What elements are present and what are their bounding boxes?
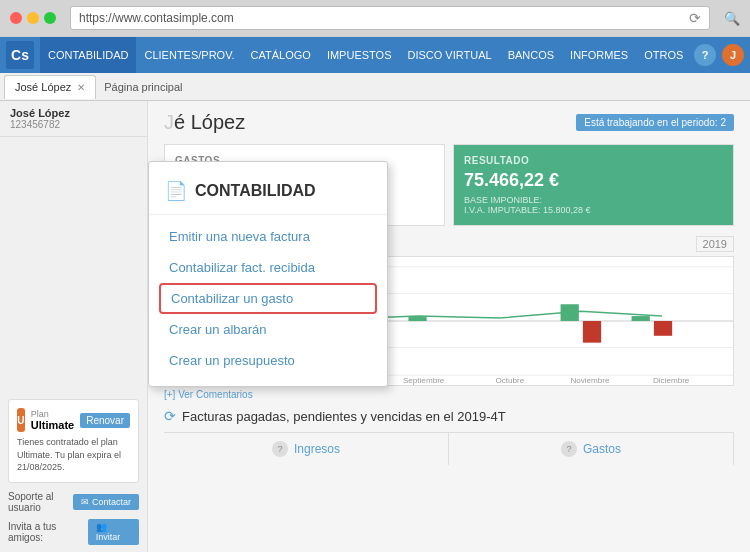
help-button[interactable]: ? [694, 44, 716, 66]
support-label: Soporte al usuario [8, 491, 73, 513]
footer-tabs: ? Ingresos ? Gastos [164, 432, 734, 465]
footer-title-text: Facturas pagadas, pendientes y vencidas … [182, 409, 506, 424]
gastos-help-icon[interactable]: ? [561, 441, 577, 457]
nav-item-otros[interactable]: OTROS [636, 37, 691, 73]
sidebar-user-info: José López 123456782 [0, 101, 147, 137]
dropdown-item-presupuesto[interactable]: Crear un presupuesto [149, 345, 387, 376]
dropdown-item-nueva-factura[interactable]: Emitir una nueva factura [149, 221, 387, 252]
nav-item-catalogo[interactable]: CATÁLOGO [243, 37, 319, 73]
nav-item-disco[interactable]: DISCO VIRTUAL [399, 37, 499, 73]
user-avatar[interactable]: J [722, 44, 744, 66]
chart-link[interactable]: [+] Ver Comentarios [164, 389, 734, 400]
page-title: Jé López [164, 111, 245, 134]
footer-tab-gastos[interactable]: ? Gastos [449, 433, 734, 465]
svg-text:Noviembre: Noviembre [570, 376, 610, 385]
nav-item-bancos[interactable]: BANCOS [500, 37, 562, 73]
svg-text:Septiembre: Septiembre [403, 376, 445, 385]
chart-year: 2019 [696, 236, 734, 252]
support-box: Soporte al usuario ✉ Contactar [8, 491, 139, 513]
resultado-sub2: BASE IMPONIBLE: [464, 195, 723, 205]
refresh-icon[interactable]: ⟳ [689, 10, 701, 26]
tab-main-page[interactable]: Página principal [96, 81, 190, 93]
tab-bar: José López ✕ Página principal [0, 73, 750, 101]
content-header: Jé López Está trabajando en el periodo: … [148, 101, 750, 144]
contact-label: Contactar [92, 497, 131, 507]
gastos-footer-label: Gastos [583, 442, 621, 456]
invite-label: Invita a tus amigos: [8, 521, 88, 543]
dropdown-item-gasto[interactable]: Contabilizar un gasto [159, 283, 377, 314]
plan-section: U Plan Ultimate Renovar Tienes contratad… [0, 391, 147, 552]
svg-rect-14 [632, 316, 650, 321]
dropdown-menu: 📄 CONTABILIDAD Emitir una nueva factura … [148, 161, 388, 387]
resultado-label: RESULTADO [464, 155, 723, 166]
svg-text:Diciembre: Diciembre [653, 376, 690, 385]
ingresos-label: Ingresos [294, 442, 340, 456]
nav-item-contabilidad[interactable]: CONTABILIDAD [40, 37, 136, 73]
tab-close-icon[interactable]: ✕ [77, 82, 85, 93]
dropdown-item-fact-recibida[interactable]: Contabilizar fact. recibida [149, 252, 387, 283]
tab-user-name: José López [15, 81, 71, 93]
browser-chrome: https://www.contasimple.com ⟳ 🔍 [0, 0, 750, 37]
sidebar-userid: 123456782 [10, 119, 137, 130]
browser-titlebar: https://www.contasimple.com ⟳ 🔍 [0, 0, 750, 36]
nav-right: ? J [694, 44, 744, 66]
dropdown-overlay: 📄 CONTABILIDAD Emitir una nueva factura … [148, 161, 388, 387]
plan-tier: Plan Ultimate [31, 409, 74, 431]
resultado-value: 75.466,22 € [464, 170, 723, 191]
contact-button[interactable]: ✉ Contactar [73, 494, 139, 510]
resultado-card: RESULTADO 75.466,22 € BASE IMPONIBLE: I.… [453, 144, 734, 226]
plan-box: U Plan Ultimate Renovar Tienes contratad… [8, 399, 139, 483]
svg-rect-11 [408, 317, 426, 321]
svg-rect-13 [583, 321, 601, 343]
invite-button[interactable]: 👥 Invitar [88, 519, 139, 545]
cs-logo[interactable]: Cs [6, 41, 34, 69]
dropdown-header: 📄 CONTABILIDAD [149, 172, 387, 215]
minimize-dot[interactable] [27, 12, 39, 24]
resultado-sub1: I.V.A. IMPUTABLE: 15.800,28 € [464, 205, 723, 215]
main-content: Jé López Está trabajando en el periodo: … [148, 101, 750, 552]
close-dot[interactable] [10, 12, 22, 24]
svg-text:Octubre: Octubre [495, 376, 524, 385]
plan-description: Tienes contratado el plan Ultimate. Tu p… [17, 436, 130, 474]
user-tab[interactable]: José López ✕ [4, 75, 96, 99]
invite-box: Invita a tus amigos: 👥 Invitar [8, 519, 139, 545]
renew-button[interactable]: Renovar [80, 413, 130, 428]
nav-item-impuestos[interactable]: IMPUESTOS [319, 37, 400, 73]
nav-items: CONTABILIDAD CLIENTES/PROV. CATÁLOGO IMP… [40, 37, 694, 73]
footer-title: ⟳ Facturas pagadas, pendientes y vencida… [164, 408, 734, 424]
plan-logo-icon: U [17, 408, 25, 432]
main-area: José López 123456782 U Plan Ultimate Ren… [0, 101, 750, 552]
plan-tier-label: Ultimate [31, 419, 74, 431]
footer-tab-ingresos[interactable]: ? Ingresos [164, 433, 449, 465]
refresh-icon: ⟳ [164, 408, 176, 424]
sidebar-username: José López [10, 107, 137, 119]
plan-header: U Plan Ultimate Renovar [17, 408, 130, 432]
period-badge: Está trabajando en el periodo: 2 [576, 114, 734, 131]
app-nav: Cs CONTABILIDAD CLIENTES/PROV. CATÁLOGO … [0, 37, 750, 73]
footer-section: ⟳ Facturas pagadas, pendientes y vencida… [148, 400, 750, 469]
nav-item-clientes[interactable]: CLIENTES/PROV. [136, 37, 242, 73]
invite-label-text: Invitar [96, 532, 121, 542]
plan-name-label: Plan [31, 409, 74, 419]
maximize-dot[interactable] [44, 12, 56, 24]
dropdown-title: CONTABILIDAD [195, 182, 316, 200]
dropdown-item-albaran[interactable]: Crear un albarán [149, 314, 387, 345]
browser-dots [10, 12, 56, 24]
search-icon[interactable]: 🔍 [724, 11, 740, 26]
ingresos-help-icon[interactable]: ? [272, 441, 288, 457]
sidebar: José López 123456782 U Plan Ultimate Ren… [0, 101, 148, 552]
document-icon: 📄 [165, 180, 187, 202]
nav-item-informes[interactable]: INFORMES [562, 37, 636, 73]
svg-rect-15 [654, 321, 672, 336]
url-text: https://www.contasimple.com [79, 11, 234, 25]
email-icon: ✉ [81, 497, 89, 507]
invite-icon: 👥 [96, 522, 107, 532]
address-bar[interactable]: https://www.contasimple.com ⟳ [70, 6, 710, 30]
